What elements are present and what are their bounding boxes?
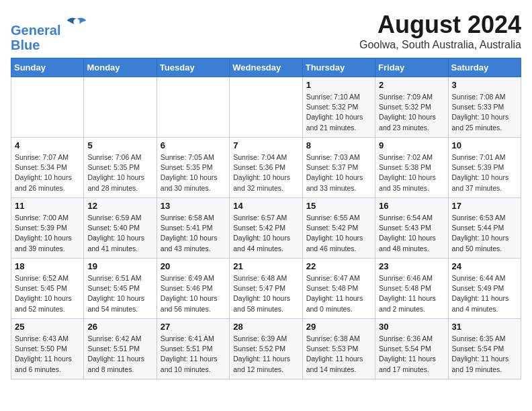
calendar-cell: 17Sunrise: 6:53 AM Sunset: 5:44 PM Dayli… (448, 198, 521, 259)
weekday-header: Sunday (11, 58, 84, 77)
calendar-cell (157, 77, 229, 138)
day-number: 29 (306, 322, 371, 332)
calendar-cell: 28Sunrise: 6:39 AM Sunset: 5:52 PM Dayli… (230, 319, 302, 379)
day-info: Sunrise: 6:46 AM Sunset: 5:48 PM Dayligh… (379, 273, 444, 314)
calendar-week-row: 25Sunrise: 6:43 AM Sunset: 5:50 PM Dayli… (11, 319, 521, 379)
day-number: 6 (161, 140, 226, 150)
calendar-cell: 22Sunrise: 6:47 AM Sunset: 5:48 PM Dayli… (302, 259, 375, 319)
calendar-cell: 14Sunrise: 6:57 AM Sunset: 5:42 PM Dayli… (230, 198, 302, 259)
weekday-header: Thursday (302, 58, 375, 77)
calendar-cell: 16Sunrise: 6:54 AM Sunset: 5:43 PM Dayli… (375, 198, 448, 259)
calendar-cell: 5Sunrise: 7:06 AM Sunset: 5:35 PM Daylig… (84, 138, 157, 198)
day-number: 3 (452, 80, 517, 90)
calendar-cell: 15Sunrise: 6:55 AM Sunset: 5:42 PM Dayli… (302, 198, 375, 259)
day-number: 31 (452, 322, 517, 332)
calendar-cell: 7Sunrise: 7:04 AM Sunset: 5:36 PM Daylig… (230, 138, 302, 198)
day-number: 24 (452, 261, 517, 271)
weekday-header: Wednesday (230, 58, 302, 77)
calendar-cell: 9Sunrise: 7:02 AM Sunset: 5:38 PM Daylig… (375, 138, 448, 198)
day-number: 26 (87, 322, 152, 332)
calendar-cell: 20Sunrise: 6:49 AM Sunset: 5:46 PM Dayli… (157, 259, 229, 319)
calendar-week-row: 18Sunrise: 6:52 AM Sunset: 5:45 PM Dayli… (11, 259, 521, 319)
day-info: Sunrise: 6:51 AM Sunset: 5:45 PM Dayligh… (87, 273, 152, 314)
day-number: 27 (161, 322, 226, 332)
day-number: 7 (233, 140, 298, 150)
day-number: 8 (306, 140, 371, 150)
calendar-cell: 13Sunrise: 6:58 AM Sunset: 5:41 PM Dayli… (157, 198, 229, 259)
day-number: 18 (15, 261, 80, 271)
day-number: 17 (452, 201, 517, 211)
day-info: Sunrise: 6:49 AM Sunset: 5:46 PM Dayligh… (161, 273, 226, 314)
day-number: 30 (379, 322, 444, 332)
day-info: Sunrise: 7:06 AM Sunset: 5:35 PM Dayligh… (87, 152, 152, 193)
day-number: 25 (15, 322, 80, 332)
day-info: Sunrise: 7:03 AM Sunset: 5:37 PM Dayligh… (306, 152, 371, 193)
calendar-cell: 8Sunrise: 7:03 AM Sunset: 5:37 PM Daylig… (302, 138, 375, 198)
day-info: Sunrise: 7:10 AM Sunset: 5:32 PM Dayligh… (306, 92, 371, 133)
day-info: Sunrise: 7:04 AM Sunset: 5:36 PM Dayligh… (233, 152, 298, 193)
day-info: Sunrise: 6:52 AM Sunset: 5:45 PM Dayligh… (15, 273, 80, 314)
day-info: Sunrise: 7:07 AM Sunset: 5:34 PM Dayligh… (15, 152, 80, 193)
day-number: 16 (379, 201, 444, 211)
calendar-week-row: 4Sunrise: 7:07 AM Sunset: 5:34 PM Daylig… (11, 138, 521, 198)
day-info: Sunrise: 6:44 AM Sunset: 5:49 PM Dayligh… (452, 273, 517, 314)
calendar-cell: 2Sunrise: 7:09 AM Sunset: 5:32 PM Daylig… (375, 77, 448, 138)
day-info: Sunrise: 6:57 AM Sunset: 5:42 PM Dayligh… (233, 213, 298, 254)
day-info: Sunrise: 6:58 AM Sunset: 5:41 PM Dayligh… (161, 213, 226, 254)
day-info: Sunrise: 6:47 AM Sunset: 5:48 PM Dayligh… (306, 273, 371, 314)
day-number: 4 (15, 140, 80, 150)
logo: General Blue (11, 13, 87, 52)
page-subtitle: Goolwa, South Australia, Australia (359, 39, 521, 51)
calendar-cell: 1Sunrise: 7:10 AM Sunset: 5:32 PM Daylig… (302, 77, 375, 138)
calendar-cell: 21Sunrise: 6:48 AM Sunset: 5:47 PM Dayli… (230, 259, 302, 319)
day-number: 22 (306, 261, 371, 271)
weekday-header: Saturday (448, 58, 521, 77)
day-info: Sunrise: 7:01 AM Sunset: 5:39 PM Dayligh… (452, 152, 517, 193)
calendar-cell: 29Sunrise: 6:38 AM Sunset: 5:53 PM Dayli… (302, 319, 375, 379)
day-info: Sunrise: 7:00 AM Sunset: 5:39 PM Dayligh… (15, 213, 80, 254)
calendar-cell: 31Sunrise: 6:35 AM Sunset: 5:54 PM Dayli… (448, 319, 521, 379)
calendar-table: SundayMondayTuesdayWednesdayThursdayFrid… (11, 58, 521, 379)
day-number: 5 (87, 140, 152, 150)
weekday-header: Friday (375, 58, 448, 77)
calendar-cell (230, 77, 302, 138)
calendar-cell: 4Sunrise: 7:07 AM Sunset: 5:34 PM Daylig… (11, 138, 84, 198)
day-info: Sunrise: 6:48 AM Sunset: 5:47 PM Dayligh… (233, 273, 298, 314)
day-info: Sunrise: 6:43 AM Sunset: 5:50 PM Dayligh… (15, 334, 80, 375)
day-info: Sunrise: 6:55 AM Sunset: 5:42 PM Dayligh… (306, 213, 371, 254)
calendar-cell (84, 77, 157, 138)
logo-bird-icon (66, 13, 87, 35)
day-number: 10 (452, 140, 517, 150)
calendar-week-row: 1Sunrise: 7:10 AM Sunset: 5:32 PM Daylig… (11, 77, 521, 138)
day-number: 11 (15, 201, 80, 211)
day-number: 19 (87, 261, 152, 271)
page-header: General Blue August 2024 Goolwa, South A… (11, 11, 521, 52)
day-info: Sunrise: 6:35 AM Sunset: 5:54 PM Dayligh… (452, 334, 517, 375)
day-number: 9 (379, 140, 444, 150)
calendar-cell: 19Sunrise: 6:51 AM Sunset: 5:45 PM Dayli… (84, 259, 157, 319)
day-number: 1 (306, 80, 371, 90)
calendar-cell: 24Sunrise: 6:44 AM Sunset: 5:49 PM Dayli… (448, 259, 521, 319)
day-info: Sunrise: 6:39 AM Sunset: 5:52 PM Dayligh… (233, 334, 298, 375)
day-info: Sunrise: 6:36 AM Sunset: 5:54 PM Dayligh… (379, 334, 444, 375)
day-info: Sunrise: 7:02 AM Sunset: 5:38 PM Dayligh… (379, 152, 444, 193)
calendar-cell: 11Sunrise: 7:00 AM Sunset: 5:39 PM Dayli… (11, 198, 84, 259)
day-number: 21 (233, 261, 298, 271)
day-number: 12 (87, 201, 152, 211)
day-info: Sunrise: 6:54 AM Sunset: 5:43 PM Dayligh… (379, 213, 444, 254)
day-info: Sunrise: 6:41 AM Sunset: 5:51 PM Dayligh… (161, 334, 226, 375)
weekday-header: Monday (84, 58, 157, 77)
logo-text2: Blue (11, 38, 87, 52)
calendar-cell: 25Sunrise: 6:43 AM Sunset: 5:50 PM Dayli… (11, 319, 84, 379)
day-info: Sunrise: 7:08 AM Sunset: 5:33 PM Dayligh… (452, 92, 517, 133)
weekday-header-row: SundayMondayTuesdayWednesdayThursdayFrid… (11, 58, 521, 77)
day-number: 13 (161, 201, 226, 211)
day-info: Sunrise: 7:05 AM Sunset: 5:35 PM Dayligh… (161, 152, 226, 193)
day-number: 23 (379, 261, 444, 271)
calendar-cell: 23Sunrise: 6:46 AM Sunset: 5:48 PM Dayli… (375, 259, 448, 319)
day-number: 2 (379, 80, 444, 90)
day-number: 15 (306, 201, 371, 211)
day-info: Sunrise: 6:38 AM Sunset: 5:53 PM Dayligh… (306, 334, 371, 375)
day-info: Sunrise: 7:09 AM Sunset: 5:32 PM Dayligh… (379, 92, 444, 133)
calendar-cell: 18Sunrise: 6:52 AM Sunset: 5:45 PM Dayli… (11, 259, 84, 319)
